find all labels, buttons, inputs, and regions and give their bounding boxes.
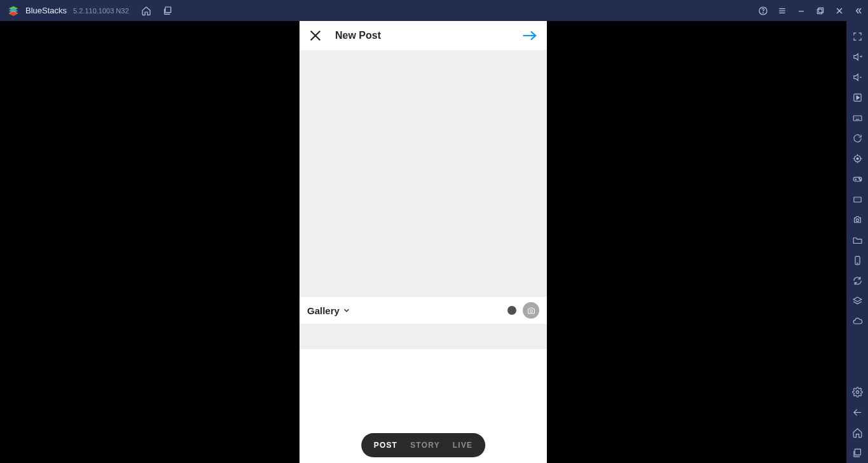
home-icon[interactable] (138, 3, 155, 19)
media-play-icon[interactable] (846, 87, 868, 107)
svg-point-6 (763, 12, 764, 13)
mode-post[interactable]: POST (374, 441, 397, 450)
phone-screen: New Post Gallery (300, 21, 547, 463)
svg-marker-3 (9, 11, 18, 15)
nav-recents-icon[interactable] (846, 443, 868, 463)
collapse-sidebar-icon[interactable] (849, 3, 868, 19)
gallery-label-text: Gallery (307, 305, 340, 316)
hamburger-menu-icon[interactable] (773, 3, 792, 19)
svg-point-30 (857, 158, 858, 160)
main-area: New Post Gallery (0, 21, 868, 463)
recents-icon[interactable] (160, 3, 176, 19)
mode-selector: POST STORY LIVE (361, 433, 486, 457)
volume-up-icon[interactable] (846, 46, 868, 67)
sync-icon[interactable] (846, 128, 868, 148)
install-apk-icon[interactable] (846, 250, 868, 270)
svg-rect-40 (853, 197, 860, 202)
rotate-icon[interactable] (846, 270, 868, 291)
multi-select-icon[interactable] (507, 306, 516, 315)
svg-rect-4 (165, 7, 171, 13)
mode-live[interactable]: LIVE (453, 441, 472, 450)
new-post-header: New Post (300, 21, 547, 50)
svg-rect-12 (817, 9, 822, 13)
svg-rect-11 (818, 8, 823, 12)
bluestacks-logo-icon (6, 4, 20, 18)
chevron-down-icon (342, 306, 351, 315)
back-icon[interactable] (846, 402, 868, 422)
version-label: 5.2.110.1003 N32 (73, 7, 128, 15)
macro-icon[interactable] (846, 189, 868, 209)
fullscreen-icon[interactable] (846, 26, 868, 46)
gamepad-icon[interactable] (846, 169, 868, 189)
svg-rect-50 (855, 449, 860, 455)
gallery-actions (507, 302, 539, 319)
folder-icon[interactable] (846, 230, 868, 250)
emulator-viewport: New Post Gallery (0, 21, 846, 463)
maximize-icon[interactable] (811, 3, 830, 19)
help-icon[interactable] (754, 3, 773, 19)
svg-rect-24 (853, 115, 862, 120)
settings-icon[interactable] (846, 382, 868, 402)
lower-area: POST STORY LIVE (300, 349, 547, 463)
svg-point-18 (530, 310, 532, 312)
gallery-dropdown[interactable]: Gallery (307, 305, 351, 316)
product-name: BlueStacks (25, 6, 67, 15)
svg-marker-23 (857, 95, 859, 99)
svg-point-38 (858, 178, 859, 179)
location-icon[interactable] (846, 148, 868, 169)
title-bar-left: BlueStacks 5.2.110.1003 N32 (0, 3, 176, 19)
side-toolbar (846, 21, 868, 463)
mode-story[interactable]: STORY (410, 441, 440, 450)
svg-point-39 (860, 179, 860, 180)
svg-marker-47 (853, 297, 862, 301)
thumbnail-strip (300, 324, 547, 349)
svg-point-48 (856, 390, 858, 393)
minimize-icon[interactable] (792, 3, 811, 19)
title-bar-right (754, 0, 868, 21)
volume-down-icon[interactable] (846, 67, 868, 87)
title-bar: BlueStacks 5.2.110.1003 N32 (0, 0, 868, 21)
screenshot-icon[interactable] (846, 209, 868, 230)
svg-point-44 (856, 219, 858, 221)
gallery-bar: Gallery (300, 297, 547, 324)
close-window-icon[interactable] (830, 3, 849, 19)
layers-icon[interactable] (846, 291, 868, 311)
cloud-icon[interactable] (846, 311, 868, 331)
page-title: New Post (335, 30, 381, 41)
next-arrow-icon[interactable] (521, 29, 538, 43)
media-preview-area (300, 50, 547, 297)
close-icon[interactable] (308, 29, 322, 43)
camera-icon[interactable] (523, 302, 539, 319)
keyboard-icon[interactable] (846, 107, 868, 128)
nav-home-icon[interactable] (846, 422, 868, 443)
